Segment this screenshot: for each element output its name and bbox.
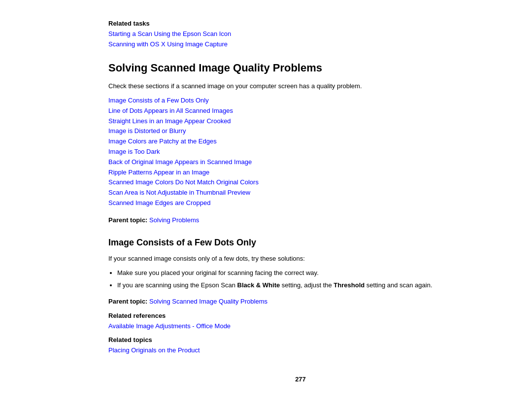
subsection-intro: If your scanned image consists only of a… [108,254,493,264]
related-topics-link[interactable]: Placing Originals on the Product [108,345,493,356]
subsection-title: Image Consists of a Few Dots Only [108,238,493,248]
link-line-of-dots[interactable]: Line of Dots Appears in All Scanned Imag… [108,106,493,116]
link-colors-patchy[interactable]: Image Colors are Patchy at the Edges [108,137,493,147]
related-references-link[interactable]: Available Image Adjustments - Office Mod… [108,321,493,332]
bold-threshold: Threshold [333,281,365,289]
link-too-dark[interactable]: Image is Too Dark [108,147,493,157]
main-parent-topic-link[interactable]: Solving Problems [149,216,199,224]
subsection-parent-topic-link[interactable]: Solving Scanned Image Quality Problems [149,298,267,305]
link-straight-lines[interactable]: Straight Lines in an Image Appear Crooke… [108,116,493,127]
page-number: 277 [108,376,493,383]
subsection-bullets: Make sure you placed your original for s… [117,268,493,291]
bullet-item-1: Make sure you placed your original for s… [117,268,493,278]
page-container: Related tasks Starting a Scan Using the … [0,0,532,411]
related-tasks-label: Related tasks [108,20,493,27]
related-references-label: Related references [108,312,493,319]
subsection-parent-topic: Parent topic: Solving Scanned Image Qual… [108,297,493,307]
link-colors-not-match[interactable]: Scanned Image Colors Do Not Match Origin… [108,177,493,188]
link-os-x-image-capture[interactable]: Scanning with OS X Using Image Capture [108,39,493,50]
main-parent-topic: Parent topic: Solving Problems [108,215,493,226]
link-back-of-original[interactable]: Back of Original Image Appears in Scanne… [108,157,493,168]
link-epson-scan-icon[interactable]: Starting a Scan Using the Epson Scan Ico… [108,29,493,39]
subsection-parent-topic-label: Parent topic: [108,298,147,305]
link-ripple-patterns[interactable]: Ripple Patterns Appear in an Image [108,168,493,178]
link-scan-area[interactable]: Scan Area is Not Adjustable in Thumbnail… [108,188,493,198]
related-tasks-section: Related tasks Starting a Scan Using the … [108,20,493,50]
related-topics-label: Related topics [108,336,493,343]
main-section-intro: Check these sections if a scanned image … [108,81,493,91]
main-links-list: Image Consists of a Few Dots Only Line o… [108,96,493,208]
bullet-item-2: If you are scanning using the Epson Scan… [117,280,493,291]
link-few-dots[interactable]: Image Consists of a Few Dots Only [108,96,493,106]
link-edges-cropped[interactable]: Scanned Image Edges are Cropped [108,198,493,208]
link-distorted-blurry[interactable]: Image is Distorted or Blurry [108,126,493,137]
main-parent-topic-label: Parent topic: [108,216,147,224]
main-section-title: Solving Scanned Image Quality Problems [108,62,493,74]
bold-black-white: Black & White [237,281,280,289]
